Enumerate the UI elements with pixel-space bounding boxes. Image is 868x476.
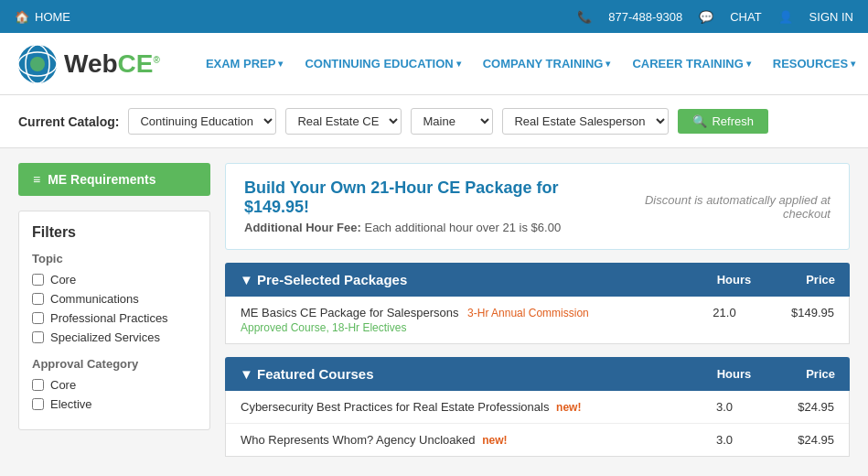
filter-approval-elective-checkbox[interactable] (32, 398, 44, 410)
approval-section: Approval Category Core Elective (32, 357, 197, 411)
refresh-label: Refresh (712, 114, 754, 128)
course-name: Who Represents Whom? Agency Uncloaked ne… (241, 433, 688, 447)
chevron-down-icon: ▾ (278, 59, 283, 69)
signin-link[interactable]: SIGN IN (809, 10, 853, 24)
course-hours: 3.0 (688, 433, 761, 447)
chevron-down-icon: ▾ (456, 59, 461, 69)
user-icon: 👤 (778, 10, 793, 24)
catalog-label: Current Catalog: (18, 114, 119, 129)
preselected-hours-label: Hours (717, 273, 752, 287)
course-name: ME Basics CE Package for Salespersons 3-… (241, 306, 688, 334)
content-area: Build Your Own 21-Hour CE Package for $1… (225, 163, 850, 470)
featured-col-labels: Hours Price (717, 367, 835, 381)
logo-text: WebCE® (64, 49, 160, 79)
package-banner-left: Build Your Own 21-Hour CE Package for $1… (244, 178, 606, 234)
filter-communications-checkbox[interactable] (32, 293, 44, 305)
nav-item-continuing-education[interactable]: CONTINUING EDUCATION ▾ (295, 49, 469, 78)
nav-item-company-training[interactable]: COMPANY TRAINING ▾ (474, 49, 620, 78)
filter-specialized-services: Specialized Services (32, 330, 197, 344)
featured-price-label: Price (806, 367, 835, 381)
logo-globe-icon (18, 45, 57, 83)
nav-item-resources[interactable]: RESOURCES ▾ (764, 49, 864, 78)
preselected-section: ▼ Pre-Selected Packages Hours Price ME B… (225, 263, 850, 344)
phone-icon: 📞 (577, 10, 592, 24)
featured-title: ▼ Featured Courses (240, 366, 374, 382)
refresh-button[interactable]: 🔍 Refresh (678, 109, 768, 134)
home-icon: 🏠 (15, 10, 29, 24)
new-badge: new! (556, 401, 581, 414)
sidebar: ≡ ME Requirements Filters Topic Core Com… (18, 163, 210, 470)
course-price: $24.95 (761, 400, 834, 414)
top-bar: 🏠 HOME 📞 877-488-9308 💬 CHAT 👤 SIGN IN (0, 0, 868, 33)
table-row: Cybersecurity Best Practices for Real Es… (226, 391, 849, 424)
course-name: Cybersecurity Best Practices for Real Es… (241, 400, 688, 414)
catalog-state-select[interactable]: Maine Alabama Arizona (411, 108, 493, 135)
featured-section: ▼ Featured Courses Hours Price Cybersecu… (225, 357, 850, 457)
featured-header: ▼ Featured Courses Hours Price (225, 357, 850, 391)
filter-professional-practices-label: Professional Practices (50, 311, 168, 325)
chevron-down-icon: ▾ (605, 59, 610, 69)
catalog-type-select[interactable]: Continuing Education Exam Prep Company T… (128, 108, 276, 135)
new-badge: new! (482, 434, 507, 447)
nav-item-exam-prep[interactable]: EXAM PREP ▾ (197, 49, 293, 78)
course-price: $149.95 (761, 306, 834, 319)
home-link[interactable]: HOME (35, 10, 70, 24)
top-bar-left: 🏠 HOME (15, 10, 70, 24)
filter-core-checkbox[interactable] (32, 274, 44, 286)
package-title: Build Your Own 21-Hour CE Package for $1… (244, 178, 606, 217)
chat-link[interactable]: CHAT (730, 10, 761, 24)
filters-title: Filters (32, 224, 197, 241)
me-req-label: ME Requirements (48, 172, 155, 187)
package-fee: Additional Hour Fee: Each additional hou… (244, 221, 606, 234)
filter-approval-core-label: Core (50, 378, 76, 392)
course-hours: 3.0 (688, 400, 761, 414)
catalog-license-select[interactable]: Real Estate Salesperson Real Estate Brok… (502, 108, 669, 135)
nav-item-career-training[interactable]: CAREER TRAINING ▾ (623, 49, 759, 78)
catalog-bar: Current Catalog: Continuing Education Ex… (0, 95, 868, 148)
filter-approval-elective: Elective (32, 397, 197, 411)
preselected-table: ME Basics CE Package for Salespersons 3-… (225, 297, 850, 344)
approved-badge: Approved Course, 18-Hr Electives (241, 321, 688, 334)
chevron-down-icon: ▾ (851, 59, 855, 69)
featured-table: Cybersecurity Best Practices for Real Es… (225, 391, 850, 457)
top-bar-right: 📞 877-488-9308 💬 CHAT 👤 SIGN IN (577, 10, 853, 24)
logo-reg: ® (154, 54, 160, 64)
chat-icon: 💬 (699, 10, 713, 24)
nav-links: EXAM PREP ▾ CONTINUING EDUCATION ▾ COMPA… (197, 49, 864, 78)
catalog-subject-select[interactable]: Real Estate CE Insurance CE Securities C… (285, 108, 402, 135)
annual-badge: 3-Hr Annual Commission (467, 307, 589, 319)
phone-number: 877-488-9308 (608, 10, 682, 24)
table-row: ME Basics CE Package for Salespersons 3-… (226, 297, 849, 343)
nav-bar: WebCE® EXAM PREP ▾ CONTINUING EDUCATION … (0, 33, 868, 95)
filter-communications-label: Communications (50, 292, 139, 306)
preselected-title: ▼ Pre-Selected Packages (240, 272, 407, 287)
chevron-down-icon: ▾ (746, 59, 751, 69)
topic-label: Topic (32, 252, 197, 265)
preselected-price-label: Price (806, 273, 835, 287)
list-icon: ≡ (33, 172, 40, 187)
filter-specialized-services-label: Specialized Services (50, 330, 160, 344)
preselected-header: ▼ Pre-Selected Packages Hours Price (225, 263, 850, 297)
featured-hours-label: Hours (717, 367, 752, 381)
course-price: $24.95 (761, 433, 834, 447)
preselected-col-labels: Hours Price (717, 273, 835, 287)
filter-professional-practices: Professional Practices (32, 311, 197, 325)
course-hours: 21.0 (688, 306, 761, 319)
me-requirements-button[interactable]: ≡ ME Requirements (18, 163, 210, 196)
approval-category-label: Approval Category (32, 357, 197, 371)
filter-professional-practices-checkbox[interactable] (32, 312, 44, 324)
filter-communications: Communications (32, 292, 197, 306)
filter-specialized-services-checkbox[interactable] (32, 331, 44, 343)
filter-core-label: Core (50, 273, 76, 287)
main-layout: ≡ ME Requirements Filters Topic Core Com… (0, 148, 868, 476)
filter-approval-core: Core (32, 378, 197, 392)
package-banner: Build Your Own 21-Hour CE Package for $1… (225, 163, 850, 250)
fee-label: Additional Hour Fee: (244, 221, 361, 234)
filter-panel: Filters Topic Core Communications Profes… (18, 211, 210, 430)
search-icon: 🔍 (692, 114, 707, 128)
fee-detail: Each additional hour over 21 is $6.00 (364, 221, 561, 234)
logo: WebCE® (18, 45, 160, 83)
filter-approval-elective-label: Elective (50, 397, 92, 411)
package-banner-right: Discount is automatically applied at che… (606, 193, 830, 221)
filter-approval-core-checkbox[interactable] (32, 379, 44, 391)
